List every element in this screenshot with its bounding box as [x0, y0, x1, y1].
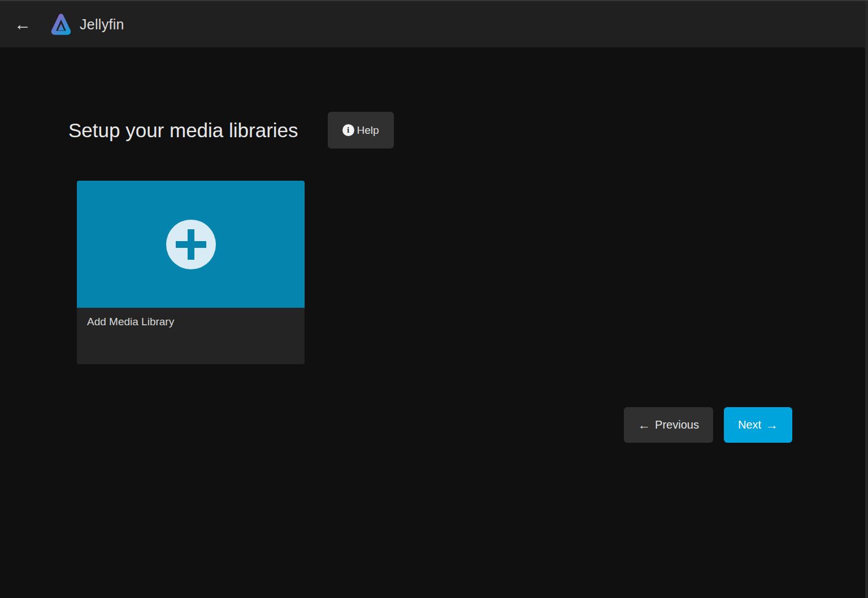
plus-icon [166, 220, 216, 269]
page-title: Setup your media libraries [68, 120, 298, 140]
arrow-right-icon: → [766, 419, 778, 431]
card-image [77, 181, 305, 308]
info-icon: i [342, 124, 354, 136]
arrow-left-icon: ← [14, 12, 31, 37]
arrow-left-icon: ← [638, 419, 650, 431]
next-button-label: Next [738, 418, 761, 431]
app-title: Jellyfin [80, 16, 124, 33]
window-edge [865, 1, 868, 598]
jellyfin-logo-icon [50, 12, 72, 37]
back-button[interactable]: ← [10, 12, 35, 37]
previous-button-label: Previous [655, 418, 699, 431]
help-button-label: Help [357, 124, 379, 137]
next-button[interactable]: Next → [724, 407, 792, 443]
add-media-library-card[interactable]: Add Media Library [77, 181, 305, 364]
wizard-nav-buttons: ← Previous Next → [68, 407, 868, 443]
wizard-page: Setup your media libraries i Help Add Me… [0, 112, 868, 443]
help-button[interactable]: i Help [328, 112, 394, 149]
card-footer: Add Media Library [77, 308, 305, 364]
previous-button[interactable]: ← Previous [624, 407, 713, 443]
card-label: Add Media Library [87, 316, 174, 328]
top-bar: ← Jellyfin [0, 1, 868, 47]
heading-row: Setup your media libraries i Help [68, 112, 868, 149]
